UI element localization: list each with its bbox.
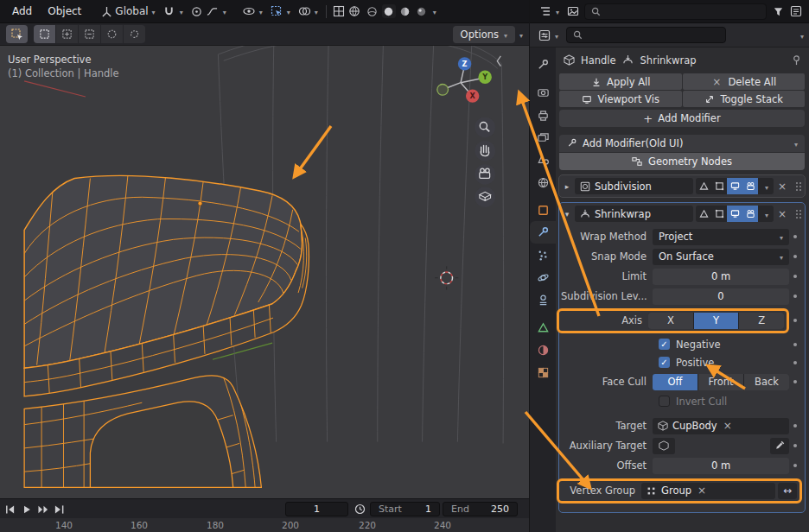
viewport-visibility-toggle-icon[interactable] (727, 206, 742, 222)
clear-vertex-group-button[interactable] (696, 484, 708, 497)
snap-mode-dropdown[interactable]: On Surface (653, 249, 789, 265)
delete-subdivision-button[interactable] (776, 180, 788, 193)
pin-icon[interactable] (789, 54, 803, 67)
viewport-gizmos-icon[interactable] (332, 4, 346, 18)
fast-forward-button[interactable] (35, 502, 51, 516)
camera-view-button[interactable] (475, 164, 495, 185)
shading-solid-icon[interactable] (382, 4, 396, 18)
axis-x-button[interactable]: X (648, 313, 693, 329)
chevron-down-icon[interactable] (518, 28, 523, 41)
tab-physics[interactable] (530, 266, 556, 288)
animate-dot[interactable] (789, 464, 801, 467)
tab-tool[interactable] (530, 54, 556, 76)
filter-funnel-icon[interactable] (771, 4, 785, 18)
vertex-group-field[interactable]: Group (641, 483, 775, 499)
add-modifier-old-dropdown[interactable]: Add Modifier(Old UI) (559, 135, 805, 152)
snapping-dropdown[interactable] (160, 3, 186, 20)
target-field[interactable]: CupBody (653, 418, 789, 434)
face-cull-back-button[interactable]: Back (744, 374, 789, 390)
viewport-vis-button[interactable]: Viewport Vis (559, 91, 682, 107)
select-circle-button[interactable] (101, 25, 123, 43)
face-cull-off-button[interactable]: Off (653, 374, 698, 390)
axis-z-button[interactable]: Z (739, 313, 784, 329)
overlap-mode-dropdown[interactable] (295, 3, 321, 20)
delete-all-button[interactable]: Delete All (683, 73, 806, 90)
shrinkwrap-drag-handle[interactable] (791, 213, 802, 215)
current-frame-field[interactable]: 1 (285, 502, 348, 516)
expand-subdivision-chevron[interactable] (562, 182, 572, 191)
subdivision-name-field[interactable]: Subdivision (575, 178, 693, 194)
animate-dot[interactable] (789, 255, 801, 258)
viewport-3d-scene[interactable]: Z Y X (0, 46, 529, 498)
jump-to-end-button[interactable] (51, 502, 67, 516)
extras-chevron-icon[interactable] (758, 206, 774, 222)
offset-field[interactable]: 0 m (653, 458, 789, 474)
animate-dot[interactable] (789, 424, 801, 428)
auxiliary-target-field[interactable] (653, 438, 675, 454)
tab-object[interactable] (530, 199, 556, 221)
extras-chevron-icon[interactable] (758, 178, 774, 194)
image-icon[interactable] (566, 4, 580, 18)
editor-type-dropdown[interactable] (536, 3, 562, 20)
tab-view-layer[interactable] (530, 126, 556, 149)
transform-orientation-dropdown[interactable]: Global (97, 3, 157, 20)
end-frame-field[interactable]: End 250 (443, 502, 518, 516)
start-frame-field[interactable]: Start 1 (370, 502, 440, 516)
outliner-search-input[interactable] (604, 6, 761, 17)
properties-search-field[interactable] (566, 27, 726, 43)
proportional-editing-dropdown[interactable] (188, 3, 229, 20)
subdivision-levels-field[interactable]: 0 (653, 288, 789, 305)
clock-icon[interactable] (352, 502, 368, 516)
shading-wireframe-icon[interactable] (366, 4, 379, 18)
object-menu[interactable]: Object (41, 3, 88, 20)
subdivision-drag-handle[interactable] (791, 186, 802, 187)
select-lasso-button[interactable] (124, 25, 145, 43)
outliner-search-field[interactable] (584, 3, 767, 20)
editmode-toggle-icon[interactable] (711, 178, 727, 194)
viewport-canvas[interactable]: User Perspective (1) Collection | Handle (0, 46, 529, 498)
tab-material[interactable] (530, 339, 556, 361)
navigation-gizmo[interactable]: Z Y X (437, 57, 492, 103)
wrap-method-dropdown[interactable]: Project (653, 229, 789, 245)
animate-dot[interactable] (789, 235, 801, 238)
breadcrumb-modifier[interactable]: Shrinkwrap (640, 54, 697, 66)
tab-constraints[interactable] (530, 288, 556, 311)
options-dropdown[interactable]: Options (453, 26, 515, 43)
toggle-stack-button[interactable]: Toggle Stack (683, 91, 806, 107)
toggle-ortho-button[interactable] (475, 187, 495, 207)
render-visibility-toggle-icon[interactable] (742, 206, 758, 222)
properties-editor-type-dropdown[interactable] (535, 27, 561, 44)
delete-shrinkwrap-button[interactable] (776, 208, 788, 220)
viewport-visibility-toggle-icon[interactable] (727, 178, 742, 194)
negative-checkbox[interactable] (659, 339, 670, 350)
chevron-down-icon[interactable] (799, 29, 804, 41)
vertex-group-toggle-icon[interactable] (696, 178, 711, 194)
vertex-group-toggle-icon[interactable] (696, 206, 711, 222)
zoom-button[interactable] (475, 117, 495, 138)
jump-to-start-button[interactable] (2, 502, 18, 516)
animate-dot[interactable] (789, 343, 801, 346)
shading-material-icon[interactable] (398, 4, 412, 18)
eyedropper-button[interactable] (770, 438, 789, 454)
collapse-shrinkwrap-chevron[interactable] (562, 210, 572, 218)
pan-button[interactable] (475, 141, 495, 162)
animate-dot[interactable] (789, 380, 801, 383)
breadcrumb-object[interactable]: Handle (581, 54, 616, 66)
tab-render[interactable] (530, 81, 556, 104)
clear-target-button[interactable] (722, 420, 734, 432)
invert-vertex-group-button[interactable] (778, 483, 797, 499)
visibility-dropdown[interactable] (239, 3, 265, 20)
animate-dot[interactable] (789, 294, 801, 298)
timeline-ruler[interactable]: 140 160 180 200 220 240 (0, 518, 529, 532)
positive-checkbox[interactable] (659, 357, 670, 368)
tab-modifiers[interactable] (530, 221, 556, 244)
tab-output[interactable] (530, 104, 556, 126)
tab-object-data[interactable] (530, 316, 556, 339)
select-box-extend-button[interactable] (56, 25, 78, 43)
display-options-icon[interactable] (789, 4, 803, 18)
apply-all-button[interactable]: Apply All (559, 73, 682, 90)
render-visibility-toggle-icon[interactable] (742, 178, 758, 194)
shading-rendered-icon[interactable] (415, 4, 429, 18)
properties-search-input[interactable] (586, 29, 720, 41)
geometry-nodes-button[interactable]: Geometry Nodes (559, 153, 805, 170)
